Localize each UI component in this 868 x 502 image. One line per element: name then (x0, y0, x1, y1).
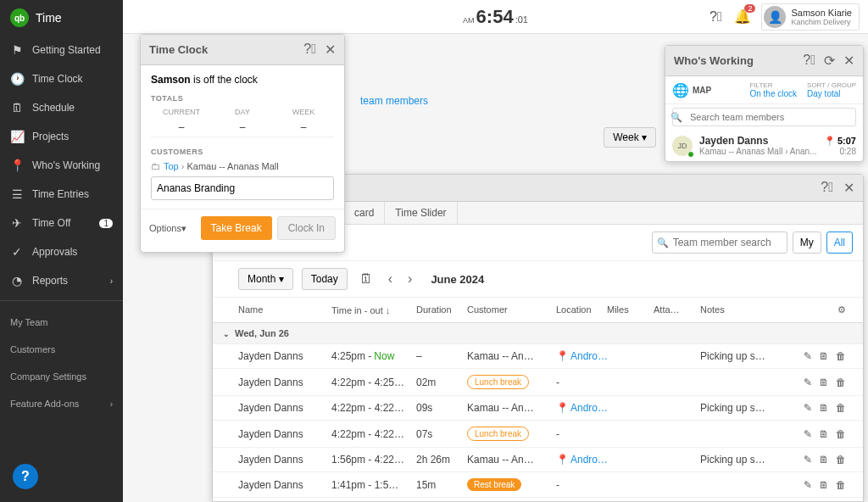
nav-time-entries[interactable]: ☰Time Entries (0, 180, 123, 209)
location-text: - (556, 428, 559, 440)
tab-card[interactable]: card (344, 202, 385, 224)
nav-feature-addons[interactable]: Feature Add-ons› (0, 390, 123, 417)
th-name[interactable]: Name (238, 304, 331, 315)
nav-my-team[interactable]: My Team (0, 309, 123, 336)
filter-value[interactable]: On the clock (749, 89, 797, 98)
edit-icon[interactable]: ✎ (804, 428, 812, 440)
my-button[interactable]: My (793, 231, 821, 254)
whos-working-row[interactable]: JD Jayden Danns Kamau -- Ananas Mall › A… (665, 130, 863, 161)
copy-icon[interactable]: 🗎 (819, 376, 829, 388)
team-member-search[interactable] (652, 231, 787, 254)
all-button[interactable]: All (826, 231, 853, 254)
tab-time-slider[interactable]: Time Slider (385, 202, 457, 224)
table-row[interactable]: Jayden Danns1:56pm - 4:22…2h 26mKamau --… (213, 448, 863, 472)
cell-name: Jayden Danns (238, 376, 331, 388)
cell-customer: Kamau -- An… (467, 350, 556, 362)
close-icon[interactable]: ✕ (843, 180, 854, 196)
th-location[interactable]: Location (556, 304, 607, 315)
delete-icon[interactable]: 🗑 (836, 479, 846, 491)
week-dropdown[interactable]: Week ▾ (604, 127, 656, 148)
copy-icon[interactable]: 🗎 (819, 454, 829, 466)
today-button[interactable]: Today (302, 268, 348, 290)
location-link[interactable]: 📍Andro… (556, 350, 607, 362)
notification-bell-icon[interactable]: 🔔2 (734, 8, 751, 25)
table-row[interactable]: Jayden Danns4:22pm - 4:22…07sLunch break… (213, 421, 863, 448)
help-icon[interactable]: ?⃝ (821, 180, 833, 196)
col-current: CURRENT (151, 108, 212, 116)
user-menu[interactable]: 👤 Samson Kiarie Kanchim Delivery (761, 3, 860, 31)
nav-customers[interactable]: Customers (0, 336, 123, 363)
table-row[interactable]: Jayden Danns1:41pm - 1:5…15mRest break-✎… (213, 472, 863, 498)
team-members-link[interactable]: team members (360, 95, 428, 107)
copy-icon[interactable]: 🗎 (819, 479, 829, 491)
th-notes[interactable]: Notes (700, 304, 768, 315)
th-time[interactable]: Time in - out↓ (331, 304, 416, 315)
whos-search-input[interactable] (672, 108, 856, 126)
next-icon[interactable]: › (404, 268, 415, 290)
prev-icon[interactable]: ‹ (385, 268, 396, 290)
nav-whos-working[interactable]: 📍Who's Working (0, 151, 123, 180)
cell-duration: 02m (416, 376, 467, 388)
gear-icon[interactable]: ⚙ (837, 304, 846, 315)
refresh-icon[interactable]: ⟳ (824, 53, 835, 69)
delete-icon[interactable]: 🗑 (836, 350, 846, 362)
help-icon[interactable]: ?⃝ (707, 8, 724, 25)
nav-time-off[interactable]: ✈Time Off1 (0, 209, 123, 237)
copy-icon[interactable]: 🗎 (819, 428, 829, 440)
help-button[interactable]: ? (13, 464, 38, 489)
edit-icon[interactable]: ✎ (804, 376, 812, 388)
th-duration[interactable]: Duration (416, 304, 467, 315)
th-attached[interactable]: Atta… (654, 304, 700, 315)
help-icon[interactable]: ?⃝ (303, 42, 316, 58)
edit-icon[interactable]: ✎ (804, 350, 812, 362)
delete-icon[interactable]: 🗑 (836, 376, 846, 388)
edit-icon[interactable]: ✎ (804, 454, 812, 466)
customer-breadcrumb[interactable]: 🗀 Top › Kamau -- Ananas Mall (151, 161, 334, 171)
app-logo[interactable]: qb Time (0, 0, 123, 36)
table-row[interactable]: Jayden Danns4:22pm - 4:25…02mLunch break… (213, 369, 863, 396)
breadcrumb-top[interactable]: Top (164, 161, 179, 171)
th-customer[interactable]: Customer (467, 304, 556, 315)
col-day: DAY (212, 108, 273, 116)
cell-time: 4:22pm - 4:25… (331, 376, 416, 388)
nav-approvals[interactable]: ✓Approvals (0, 237, 123, 266)
location-link[interactable]: 📍Andro… (556, 454, 607, 466)
take-break-button[interactable]: Take Break (201, 216, 272, 240)
val-current: – (151, 121, 212, 133)
options-button[interactable]: Options ▾ (149, 223, 186, 234)
nav-reports[interactable]: ◔Reports› (0, 266, 123, 295)
delete-icon[interactable]: 🗑 (836, 428, 846, 440)
month-dropdown[interactable]: Month ▾ (238, 268, 293, 290)
nav-schedule[interactable]: 🗓Schedule (0, 93, 123, 122)
help-icon: ? (21, 469, 30, 484)
location-link[interactable]: 📍Andro… (556, 402, 607, 414)
copy-icon[interactable]: 🗎 (819, 350, 829, 362)
edit-icon[interactable]: ✎ (804, 402, 812, 414)
nav-company-settings[interactable]: Company Settings (0, 363, 123, 390)
delete-icon[interactable]: 🗑 (836, 454, 846, 466)
sort-value[interactable]: Day total (807, 89, 856, 98)
nav-time-clock[interactable]: 🕐Time Clock (0, 64, 123, 93)
customer-input[interactable] (151, 176, 334, 200)
cell-customer: Lunch break (467, 375, 556, 389)
clock-in-button[interactable]: Clock In (277, 216, 336, 240)
close-icon[interactable]: ✕ (325, 42, 336, 58)
qb-logo-mark: qb (10, 8, 29, 27)
map-button[interactable]: 🌐MAP (672, 81, 711, 98)
table-row[interactable]: Jayden Danns4:22pm - 4:22…09sKamau -- An… (213, 396, 863, 421)
cell-duration: 15m (416, 479, 467, 491)
nav-getting-started[interactable]: ⚑Getting Started (0, 36, 123, 64)
close-icon[interactable]: ✕ (843, 53, 854, 69)
location-text: - (556, 376, 559, 388)
table-row[interactable]: Jayden Danns4:25pm - Now–Kamau -- An…📍An… (213, 344, 863, 369)
nav-projects[interactable]: 📈Projects (0, 122, 123, 151)
delete-icon[interactable]: 🗑 (836, 402, 846, 414)
table-row[interactable]: Jayden Danns11:53am - 1:…1h 47mKamau -- … (213, 498, 863, 502)
help-icon[interactable]: ?⃝ (803, 53, 815, 69)
calendar-icon[interactable]: 🗓 (356, 268, 376, 290)
copy-icon[interactable]: 🗎 (819, 402, 829, 414)
nav-label: Projects (32, 131, 69, 142)
edit-icon[interactable]: ✎ (804, 479, 812, 491)
group-header[interactable]: ⌄Wed, Jun 26 (213, 323, 863, 344)
th-miles[interactable]: Miles (607, 304, 654, 315)
